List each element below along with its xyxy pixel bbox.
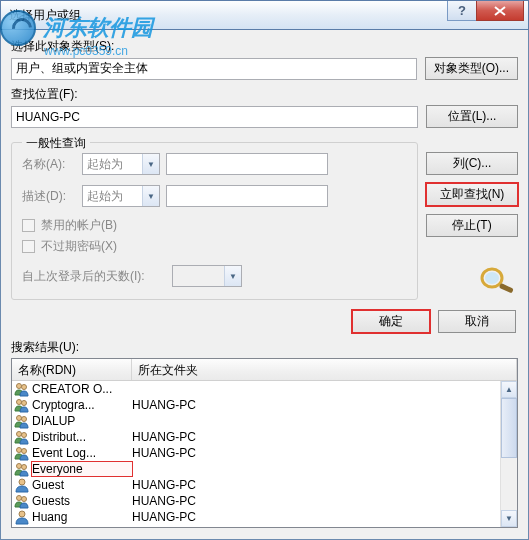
close-button[interactable] — [476, 1, 524, 21]
result-folder: HUANG-PC — [132, 478, 517, 492]
result-name: Guest — [32, 478, 132, 492]
result-folder: HUANG-PC — [132, 398, 517, 412]
user-icon — [14, 478, 30, 492]
group-icon — [14, 462, 30, 476]
search-icon — [476, 265, 518, 293]
svg-point-13 — [17, 464, 22, 469]
chevron-down-icon: ▼ — [142, 154, 159, 174]
object-type-label: 选择此对象类型(S): — [11, 38, 518, 55]
disabled-account-checkbox[interactable] — [22, 219, 35, 232]
result-folder: HUANG-PC — [132, 446, 517, 460]
general-query-fieldset: 一般性查询 名称(A): 起始为 ▼ 描述(D): 起始为 ▼ 禁用的 — [11, 142, 418, 300]
result-name: Guests — [32, 494, 132, 508]
result-name: Everyone — [32, 462, 132, 476]
svg-point-5 — [17, 400, 22, 405]
stop-button[interactable]: 停止(T) — [426, 214, 518, 237]
svg-point-12 — [22, 449, 27, 454]
group-icon — [14, 398, 30, 412]
object-types-button[interactable]: 对象类型(O)... — [425, 57, 518, 80]
scrollbar[interactable]: ▲ ▼ — [500, 381, 517, 527]
result-folder: HUANG-PC — [132, 430, 517, 444]
chevron-down-icon: ▼ — [142, 186, 159, 206]
result-name: DIALUP — [32, 414, 132, 428]
desc-input[interactable] — [166, 185, 328, 207]
svg-point-11 — [17, 448, 22, 453]
scroll-up-icon[interactable]: ▲ — [501, 381, 517, 398]
window-buttons: ? — [448, 1, 524, 21]
group-icon — [14, 494, 30, 508]
desc-label: 描述(D): — [22, 188, 82, 205]
svg-point-8 — [22, 417, 27, 422]
find-now-button[interactable]: 立即查找(N) — [426, 183, 518, 206]
list-item[interactable]: DIALUP — [12, 413, 517, 429]
scroll-down-icon[interactable]: ▼ — [501, 510, 517, 527]
name-mode-combo[interactable]: 起始为 ▼ — [82, 153, 160, 175]
group-icon — [14, 430, 30, 444]
list-item[interactable]: Event Log...HUANG-PC — [12, 445, 517, 461]
column-folder[interactable]: 所在文件夹 — [132, 359, 517, 380]
result-name: Distribut... — [32, 430, 132, 444]
result-name: Cryptogra... — [32, 398, 132, 412]
result-folder: HUANG-PC — [132, 494, 517, 508]
list-item[interactable]: HuangHUANG-PC — [12, 509, 517, 525]
svg-point-9 — [17, 432, 22, 437]
scroll-thumb[interactable] — [501, 398, 517, 458]
group-icon — [14, 414, 30, 428]
list-item[interactable]: GuestsHUANG-PC — [12, 493, 517, 509]
disabled-account-label: 禁用的帐户(B) — [41, 217, 117, 234]
name-label: 名称(A): — [22, 156, 82, 173]
svg-point-17 — [22, 497, 27, 502]
user-icon — [14, 510, 30, 524]
listview-body[interactable]: CREATOR O...Cryptogra...HUANG-PCDIALUPDi… — [12, 381, 517, 527]
svg-point-10 — [22, 433, 27, 438]
no-expire-pwd-label: 不过期密码(X) — [41, 238, 117, 255]
svg-point-6 — [22, 401, 27, 406]
window-title: 选择用户或组 — [9, 7, 81, 24]
result-name: Event Log... — [32, 446, 132, 460]
object-type-field[interactable]: 用户、组或内置安全主体 — [11, 58, 417, 80]
svg-point-7 — [17, 416, 22, 421]
svg-point-18 — [19, 511, 25, 517]
ok-button[interactable]: 确定 — [352, 310, 430, 333]
last-logon-label: 自上次登录后的天数(I): — [22, 268, 172, 285]
result-name: CREATOR O... — [32, 382, 132, 396]
cancel-button[interactable]: 取消 — [438, 310, 516, 333]
group-icon — [14, 446, 30, 460]
list-item[interactable]: Cryptogra...HUANG-PC — [12, 397, 517, 413]
location-label: 查找位置(F): — [11, 86, 518, 103]
locations-button[interactable]: 位置(L)... — [426, 105, 518, 128]
svg-rect-2 — [499, 283, 514, 293]
help-button[interactable]: ? — [447, 1, 477, 21]
titlebar: 选择用户或组 ? — [0, 0, 529, 30]
listview-header: 名称(RDN) 所在文件夹 — [12, 359, 517, 381]
location-field[interactable]: HUANG-PC — [11, 106, 418, 128]
name-input[interactable] — [166, 153, 328, 175]
svg-point-4 — [22, 385, 27, 390]
no-expire-pwd-checkbox[interactable] — [22, 240, 35, 253]
svg-point-1 — [485, 272, 499, 284]
list-item[interactable]: GuestHUANG-PC — [12, 477, 517, 493]
column-name[interactable]: 名称(RDN) — [12, 359, 132, 380]
desc-mode-combo[interactable]: 起始为 ▼ — [82, 185, 160, 207]
svg-point-15 — [19, 479, 25, 485]
group-icon — [14, 382, 30, 396]
last-logon-combo: ▼ — [172, 265, 242, 287]
result-folder: HUANG-PC — [132, 510, 517, 524]
results-listview[interactable]: 名称(RDN) 所在文件夹 CREATOR O...Cryptogra...HU… — [11, 358, 518, 528]
fieldset-legend: 一般性查询 — [22, 135, 90, 152]
svg-point-3 — [17, 384, 22, 389]
list-item[interactable]: CREATOR O... — [12, 381, 517, 397]
svg-point-14 — [22, 465, 27, 470]
list-item[interactable]: Distribut...HUANG-PC — [12, 429, 517, 445]
list-item[interactable]: Everyone — [12, 461, 517, 477]
results-label: 搜索结果(U): — [11, 339, 518, 356]
columns-button[interactable]: 列(C)... — [426, 152, 518, 175]
svg-point-16 — [17, 496, 22, 501]
result-name: Huang — [32, 510, 132, 524]
chevron-down-icon: ▼ — [224, 266, 241, 286]
dialog-content: 选择此对象类型(S): 用户、组或内置安全主体 对象类型(O)... 查找位置(… — [0, 30, 529, 540]
